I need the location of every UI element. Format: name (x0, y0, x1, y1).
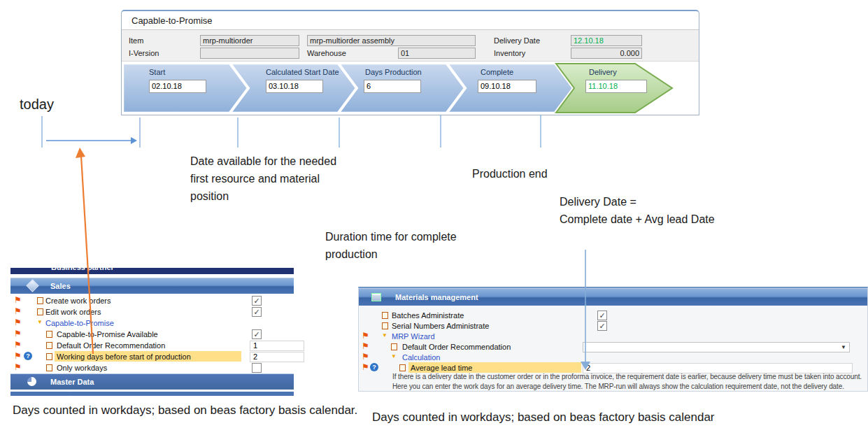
chevron-days-production-input[interactable]: 6 (364, 80, 421, 93)
tree-item-average-lead-time[interactable]: ⚑?Average lead time2 (359, 362, 867, 373)
item-input[interactable]: mrp-multiorder (200, 35, 299, 46)
flag-icon: ⚑ (14, 340, 22, 350)
tag-icon (26, 279, 38, 292)
chevron-days-production: Days Production 6 (364, 63, 455, 113)
pie-chart-icon (27, 377, 36, 386)
checkbox-checked[interactable]: ✓ (597, 321, 607, 331)
master-data-section-header[interactable]: Master Data (10, 373, 294, 390)
dropdown-select[interactable]: ▼ (583, 342, 850, 352)
tree-node-icon (382, 312, 388, 319)
clipped-header-label: Business partner (51, 268, 294, 271)
chevron-complete-input[interactable]: 09.10.18 (478, 80, 536, 93)
help-text-line1: If there is a delivery date in the custo… (392, 373, 862, 380)
chevron-complete-label: Complete (481, 68, 513, 76)
sales-section-label: Sales (50, 282, 71, 290)
flag-icon: ⚑ (362, 352, 369, 362)
help-text-line2: Here you can enter the work days for an … (392, 383, 844, 390)
checkbox-checked[interactable]: ✓ (252, 296, 262, 306)
value-input[interactable]: 2 (583, 363, 853, 373)
delivery-date-label: Delivery Date (494, 36, 540, 45)
tree-item-working-days-before-start-of-production[interactable]: ⚑?Working days before start of productio… (10, 351, 294, 362)
dropdown-arrow-icon[interactable]: ▼ (841, 344, 846, 350)
row-label: Default Order Recommendation (57, 341, 165, 350)
warehouse-input[interactable]: 01 (398, 48, 476, 59)
delivery-date-input[interactable]: 12.10.18 (571, 35, 642, 46)
inventory-label: Inventory (494, 48, 525, 58)
flag-icon: ⚑ (362, 362, 369, 372)
note-duration: Duration time for complete production (325, 228, 457, 263)
row-label[interactable]: MRP Wizard (392, 331, 435, 341)
row-label[interactable]: Capable-to-Promise (45, 318, 114, 328)
note-duration-line2: production (325, 245, 457, 263)
tree-node-icon (37, 297, 43, 304)
iversion-input[interactable] (200, 48, 299, 59)
tree-item-capable-to-promise-available[interactable]: ⚑Capable-to-Promise Available✓ (10, 329, 294, 340)
note-delivery-formula-line1: Delivery Date = (560, 193, 715, 211)
tree-item-default-order-recommendation[interactable]: ⚑Default Order Recommendation1 (10, 340, 294, 351)
expand-triangle-icon[interactable]: ▼ (391, 353, 397, 360)
tree-item-create-work-orders[interactable]: ⚑Create work orders✓ (10, 295, 294, 306)
tree-item-default-order-recommendation[interactable]: ⚑Default Order Recommendation▼ (359, 341, 867, 352)
window-title: Capable-to-Promise (131, 15, 213, 26)
flag-icon: ⚑ (362, 331, 369, 341)
clipped-bottom-bar: * (10, 392, 294, 396)
caption-right: Days counted in workdays; based on beas … (372, 411, 715, 425)
expand-triangle-icon[interactable]: ▼ (37, 319, 43, 326)
value-input[interactable]: 2 (250, 352, 304, 362)
note-date-available-line1: Date available for the needed (190, 152, 336, 170)
checkbox-checked[interactable]: ✓ (252, 307, 262, 317)
chevron-delivery: Delivery 11.10.18 (585, 63, 662, 113)
flag-icon: ⚑ (14, 318, 22, 327)
tree-node-icon (46, 364, 52, 371)
chevron-start: Start 02.10.18 (149, 63, 240, 113)
today-label: today (20, 97, 54, 113)
chevron-start-label: Start (149, 68, 165, 76)
tree-group-mrp-wizard[interactable]: ⚑▼MRP Wizard (359, 331, 867, 342)
flag-icon: ⚑ (14, 329, 22, 338)
chevron-delivery-input[interactable]: 11.10.18 (585, 80, 647, 93)
row-label: Create work orders (45, 296, 111, 306)
chevron-start-input[interactable]: 02.10.18 (149, 80, 206, 93)
tree-item-only-workdays[interactable]: ⚑Only workdays (10, 362, 294, 373)
sales-config-panel: Business partner Sales ⚑Create work orde… (10, 268, 294, 396)
sales-section-header[interactable]: Sales (10, 278, 294, 294)
checkbox-checked[interactable]: ✓ (252, 329, 262, 339)
chevron-calculated-start-label: Calculated Start Date (266, 68, 339, 76)
help-icon[interactable]: ? (370, 363, 378, 371)
item-label: Item (129, 36, 143, 45)
row-label: Only workdays (57, 363, 107, 373)
checkbox-unchecked[interactable] (252, 363, 262, 373)
note-date-available-line2: first resource and material (190, 170, 336, 187)
expand-triangle-icon[interactable]: ▼ (382, 332, 387, 339)
flag-icon: ⚑ (14, 306, 22, 316)
value-input[interactable]: 1 (250, 341, 304, 351)
flag-icon: ⚑ (14, 351, 22, 361)
row-label[interactable]: Calculation (402, 352, 440, 362)
row-label: Capable-to-Promise Available (57, 329, 158, 339)
item-description-input[interactable]: mrp-multiorder assembly (307, 35, 476, 46)
row-label: Average lead time (411, 363, 472, 373)
master-data-section-label: Master Data (50, 378, 94, 386)
checkbox-checked[interactable]: ✓ (597, 311, 607, 320)
tree-node-icon (46, 331, 52, 338)
note-delivery-formula: Delivery Date = Complete date + Avg lead… (560, 193, 715, 228)
note-duration-line1: Duration time for complete (325, 228, 457, 245)
tree-item-batches-administrate[interactable]: Batches Administrate✓ (359, 310, 867, 321)
tree-item-edit-work-orders[interactable]: ⚑Edit work orders✓ (10, 306, 294, 318)
tree-node-icon (37, 308, 43, 315)
materials-section-header[interactable]: Materials management (359, 288, 867, 306)
iversion-label: I-Version (129, 48, 159, 58)
row-label: Working days before start of production (57, 352, 191, 362)
chevron-calculated-start: Calculated Start Date 03.10.18 (266, 63, 371, 113)
tree-node-icon (391, 343, 397, 350)
row-label: Default Order Recommendation (402, 342, 511, 352)
row-label: Serial Numbers Administrate (392, 321, 489, 331)
row-label: Batches Administrate (392, 311, 464, 320)
tree-group-calculation[interactable]: ⚑▼Calculation (359, 352, 867, 363)
inventory-input[interactable]: 0.000 (571, 48, 642, 59)
tree-group-capable-to-promise[interactable]: ⚑▼Capable-to-Promise (10, 318, 294, 329)
help-icon[interactable]: ? (24, 352, 32, 360)
materials-management-window: Materials management Batches Administrat… (358, 287, 868, 392)
tree-item-serial-numbers-administrate[interactable]: Serial Numbers Administrate✓ (359, 320, 867, 331)
chevron-calculated-start-input[interactable]: 03.10.18 (266, 80, 323, 93)
